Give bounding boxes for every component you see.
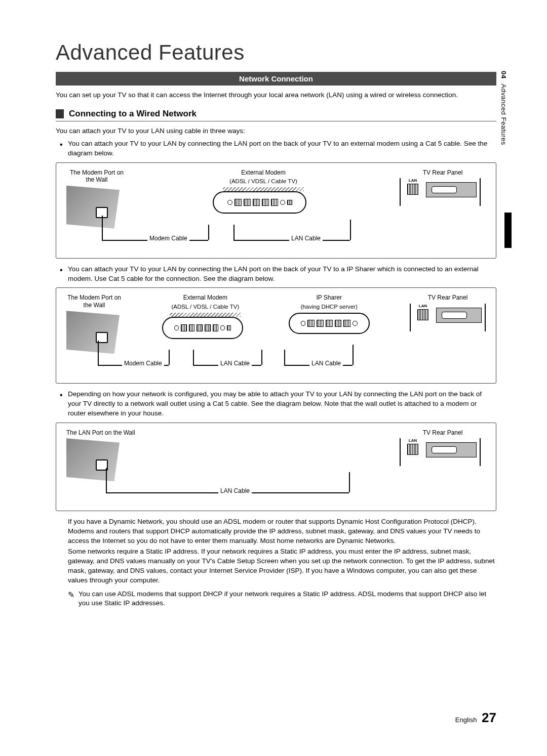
subheading-row: Connecting to a Wired Network <box>56 109 496 121</box>
note-icon: ✎ <box>68 590 74 609</box>
side-tab-label: Advanced Features <box>500 84 507 145</box>
cable-label: LAN Cable <box>218 360 252 367</box>
diagram-wall-direct: The LAN Port on the Wall TV Rear Panel L… <box>56 423 496 511</box>
body-paragraph: Some networks require a Static IP addres… <box>56 547 496 585</box>
cable-line: Modem Cable LAN Cable LAN Cable <box>66 356 486 373</box>
bullet-list: You can attach your TV to your LAN by co… <box>56 139 496 158</box>
page-title: Advanced Features <box>56 40 496 65</box>
lead-text: You can attach your TV to your LAN using… <box>56 127 496 136</box>
cable-line: LAN Cable <box>66 483 486 500</box>
cable-line: Modem Cable LAN Cable <box>66 231 486 248</box>
lan-port-label: LAN <box>405 178 421 183</box>
list-item: Depending on how your network is configu… <box>68 390 496 418</box>
section-heading-bar: Network Connection <box>56 72 496 86</box>
note-row: ✎ You can use ADSL modems that support D… <box>56 590 496 609</box>
modem-icon <box>213 191 306 214</box>
diagram-label: The Modem Port on the Wall <box>66 294 122 309</box>
lan-port-label: LAN <box>405 438 421 443</box>
side-thumb-index-icon <box>504 213 512 248</box>
subheading: Connecting to a Wired Network <box>69 109 197 119</box>
note-text: You can use ADSL modems that support DHC… <box>79 590 496 609</box>
side-tab: 04 Advanced Features <box>500 71 507 145</box>
cable-label: Modem Cable <box>147 235 189 242</box>
diagram-modem-direct: The Modem Port on the Wall External Mode… <box>56 162 496 259</box>
diagram-label: IP Sharer <box>289 294 370 301</box>
list-item: You can attach your TV to your LAN by co… <box>68 265 496 284</box>
diagram-label: TV Rear Panel <box>410 294 486 301</box>
diagram-label: (ADSL / VDSL / Cable TV) <box>162 304 248 311</box>
diagram-label: The Modem Port on the Wall <box>66 169 127 184</box>
ip-sharer-icon <box>289 313 370 334</box>
lan-port-label: LAN <box>415 304 431 308</box>
manual-page: Advanced Features Network Connection You… <box>0 0 547 639</box>
page-footer: English 27 <box>455 710 496 726</box>
diagram-label: The LAN Port on the Wall <box>66 429 137 436</box>
diagram-label: External Modem <box>162 294 248 301</box>
bullet-list: Depending on how your network is configu… <box>56 390 496 418</box>
intro-paragraph: You can set up your TV so that it can ac… <box>56 91 496 100</box>
diagram-label: (having DHCP server) <box>289 304 370 311</box>
cable-label: LAN Cable <box>309 360 343 367</box>
wall-port-icon <box>66 438 120 481</box>
footer-page-number: 27 <box>482 710 496 725</box>
diagram-label: TV Rear Panel <box>400 429 486 436</box>
diagram-label: (ADSL / VDSL / Cable TV) <box>213 178 314 185</box>
wall-port-icon <box>66 186 120 229</box>
diagram-label: External Modem <box>213 169 314 176</box>
cable-label: LAN Cable <box>289 235 323 242</box>
tv-rear-panel-icon: LAN <box>400 438 481 466</box>
tv-rear-panel-icon: LAN <box>410 304 486 331</box>
side-tab-number: 04 <box>500 71 507 78</box>
diagram-ip-sharer: The Modem Port on the Wall External Mode… <box>56 287 496 384</box>
cable-label: LAN Cable <box>218 487 252 494</box>
diagram-label: TV Rear Panel <box>400 169 486 176</box>
wall-port-icon <box>66 311 120 354</box>
body-paragraph: If you have a Dynamic Network, you shoul… <box>56 517 496 546</box>
modem-icon <box>162 317 243 339</box>
cable-label: Modem Cable <box>122 360 164 367</box>
bullet-list: You can attach your TV to your LAN by co… <box>56 265 496 284</box>
subheading-marker-icon <box>56 109 64 118</box>
list-item: You can attach your TV to your LAN by co… <box>68 139 496 158</box>
tv-rear-panel-icon: LAN <box>400 178 481 206</box>
footer-language: English <box>455 716 477 724</box>
